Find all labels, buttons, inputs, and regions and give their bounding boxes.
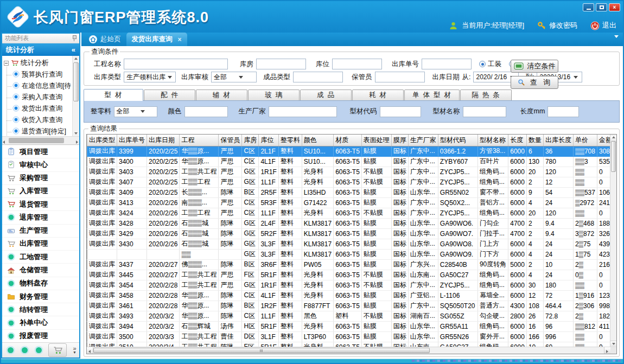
table-row[interactable]: 调拨出库34942020/3/2石▒▒辉城汤伟H区5R1F整料光身料6063-T… — [87, 321, 610, 331]
logout-button[interactable]: 退出 — [590, 21, 616, 30]
sidebar-item[interactable]: 项目管理 — [2, 145, 79, 158]
cart-nav-button[interactable] — [48, 343, 67, 357]
material-tab[interactable]: 成品 — [300, 90, 352, 100]
column-header[interactable]: 库房 — [242, 135, 259, 146]
audit-select[interactable]: 全部 — [211, 72, 257, 82]
collapse-icon[interactable]: « — [72, 46, 75, 54]
sidebar-item[interactable]: 入库管理 — [2, 184, 79, 197]
tree-scrollbar-horizontal[interactable] — [2, 136, 79, 145]
table-row[interactable]: 调拨出库34542020/2/28工▒▒共工程严思G区1R1F整料光身料6063… — [87, 280, 610, 290]
sidebar-item[interactable]: 出库管理 — [2, 237, 79, 250]
sidebar-item[interactable]: 结转管理 — [2, 303, 79, 316]
profile-code-input[interactable] — [380, 106, 421, 117]
manufacturer-input[interactable] — [269, 106, 337, 117]
table-row[interactable]: 调拨出库34292020/2/26石▒▒▒城陈琳G区5R2F整料KLM38176… — [87, 228, 610, 239]
column-header[interactable]: 出库单号 — [117, 135, 147, 146]
sidebar-item[interactable]: 生产管理 — [2, 224, 79, 237]
table-row[interactable]: ▒▒G区3L3F整料KLM38176063-T5贴膜国标山东华...GA90WO… — [87, 249, 610, 259]
length-input[interactable] — [547, 106, 579, 117]
scroll-down-icon[interactable] — [73, 131, 79, 136]
maximize-button[interactable] — [596, 3, 607, 11]
tree-item[interactable]: 采购入库查询 — [6, 92, 79, 103]
sidebar-item[interactable]: 物料盘存 — [2, 277, 79, 290]
grid-scrollbar-horizontal[interactable] — [87, 347, 610, 354]
table-row[interactable]: 调拨出库34612020/2/28华▒▒原...陈琳B区1R2F整料F8877F… — [87, 301, 610, 311]
column-header[interactable]: 数量 — [526, 135, 543, 146]
column-header[interactable]: 膜厚 — [391, 135, 408, 146]
clear-conditions-button[interactable]: 清空条件 — [511, 60, 558, 73]
radio-work-clothes[interactable]: 工装 — [479, 60, 501, 69]
material-tab[interactable]: 隔热条 — [460, 90, 512, 100]
tree-item[interactable]: 退货查询[待定] — [6, 126, 79, 136]
circle-icon[interactable] — [20, 346, 29, 355]
column-header[interactable]: 单价 — [573, 135, 597, 146]
column-header[interactable]: 长度 — [508, 135, 527, 146]
scroll-thumb[interactable] — [73, 62, 79, 101]
tab-shipping-outbound-query[interactable]: 发货出库查询 × — [126, 33, 187, 46]
location-input[interactable] — [332, 59, 382, 69]
scroll-up-icon[interactable] — [73, 58, 79, 60]
table-row[interactable]: 调拨出库34002020/2/25华▒▒原...严思C区4L1F整料SU10..… — [87, 156, 610, 167]
tab-list-chevron-icon[interactable] — [614, 38, 619, 48]
sidebar-item[interactable]: 审核中心 — [2, 158, 79, 171]
keeper-input[interactable] — [375, 72, 425, 82]
column-header[interactable]: 出库日期 — [147, 135, 180, 146]
scroll-left-icon[interactable] — [87, 347, 93, 354]
table-row[interactable]: 调拨出库34582020/2/28华▒▒原...陈琳C区4L1F整料光身料606… — [87, 290, 610, 301]
whole-piece-select[interactable]: 全部 — [114, 106, 157, 117]
table-row[interactable]: 调拨出库34242020/2/26工▒▒工程严思C区1L1F整料光身料6063-… — [87, 208, 610, 218]
profile-name-input[interactable] — [463, 106, 506, 117]
column-header[interactable]: 出库类型 — [87, 135, 117, 146]
tree-item[interactable]: 在途信息查询[待 — [6, 80, 79, 92]
column-header[interactable]: 型材代码 — [438, 135, 477, 146]
table-row[interactable]: 调拨出库34302020/2/26石▒▒▒城陈琳G区3L3F整料KLM38176… — [87, 239, 610, 249]
column-header[interactable]: 保管员 — [219, 135, 242, 146]
material-tab[interactable]: 配件 — [144, 90, 195, 100]
search-button[interactable]: 查 询 — [511, 76, 558, 89]
table-row[interactable]: 调拨出库35002020/3/3工▒▒共工程曹佳D区3L1F整料LT3P6060… — [87, 331, 610, 342]
scroll-thumb[interactable] — [611, 141, 616, 172]
column-header[interactable]: 库位 — [259, 135, 278, 146]
color-input[interactable] — [184, 106, 228, 117]
tree-root[interactable]: 统计分析 — [2, 56, 79, 69]
column-header[interactable]: 颜色 — [302, 135, 333, 146]
material-tab[interactable]: 玻璃 — [248, 90, 300, 100]
circle-icon[interactable] — [34, 346, 43, 355]
outbound-type-select[interactable]: 生产领料出库 — [124, 72, 176, 82]
column-header[interactable]: 型材名称 — [477, 135, 508, 146]
column-header[interactable]: 材质 — [334, 135, 362, 146]
circle-icon[interactable] — [6, 346, 15, 355]
material-tab[interactable]: 单体型材 — [404, 90, 460, 100]
material-tab[interactable]: 型材 — [84, 89, 143, 101]
column-header[interactable]: 表面处理 — [361, 135, 391, 146]
tree-item[interactable]: 预算执行查询 — [6, 69, 79, 80]
collapse-node-icon[interactable] — [4, 61, 9, 66]
change-password-button[interactable]: 修改密码 — [537, 21, 577, 30]
sidebar-item[interactable]: 财务管理 — [2, 290, 79, 303]
tree-scrollbar-vertical[interactable] — [72, 56, 79, 136]
tab-start-page[interactable]: 起始页 — [83, 33, 126, 46]
sidebar-item[interactable]: 退库管理 — [2, 210, 79, 223]
sidebar-item[interactable]: 退货管理 — [2, 197, 79, 210]
sidebar-item[interactable]: 仓储管理 — [2, 263, 79, 276]
sidebar-section-header[interactable]: 统计分析 « — [2, 43, 79, 56]
warehouse-input[interactable] — [256, 59, 306, 69]
minimize-button[interactable] — [583, 3, 594, 11]
sidebar-item[interactable]: 报废管理 — [2, 329, 79, 342]
column-header[interactable]: 生产厂家 — [408, 135, 438, 146]
pin-icon[interactable] — [72, 35, 77, 41]
table-row[interactable]: 调拨出库34282020/2/26石▒▒▒城陈琳G区2L4F整料KLM38176… — [87, 218, 610, 228]
sidebar-item[interactable]: 采购管理 — [2, 171, 79, 184]
column-header[interactable]: 出库长度 — [543, 135, 573, 146]
tab-close-icon[interactable]: × — [178, 36, 182, 43]
table-row[interactable]: 调拨出库34372020/2/27佛▒▒▒...陈琳B区3R6F整料PW0560… — [87, 259, 610, 270]
project-name-input[interactable] — [124, 59, 228, 69]
product-type-input[interactable] — [293, 72, 343, 82]
sidebar-item[interactable]: 补单中心 — [2, 316, 79, 329]
sidebar-item[interactable]: 工地管理 — [2, 250, 79, 263]
scroll-down-icon[interactable] — [610, 341, 616, 347]
scroll-right-icon[interactable] — [604, 347, 610, 354]
scroll-thumb[interactable] — [93, 348, 430, 353]
table-row[interactable]: 调拨出库34932020/3/2华▒▒原...陈琳C区1L1F整料黑色塑料不贴膜… — [87, 311, 610, 321]
grid-scrollbar-vertical[interactable] — [610, 135, 616, 347]
